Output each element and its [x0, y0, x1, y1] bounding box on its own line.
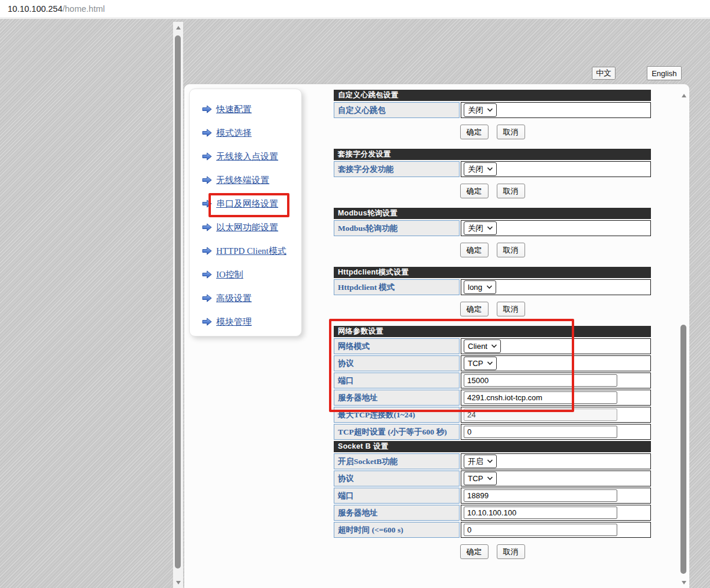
sidebar-item-7[interactable]: IO控制 [190, 263, 301, 286]
settings-form: 自定义心跳包设置自定义心跳包关闭确定取消套接字分发设置套接字分发功能关闭确定取消… [334, 90, 651, 569]
dropdown-value: 关闭 [468, 164, 483, 175]
scroll-up-icon[interactable] [173, 23, 183, 32]
setting-value-cell: 关闭 [461, 102, 651, 118]
section-header: Modbus轮询设置 [334, 208, 651, 219]
sidebar-item-5[interactable]: 以太网功能设置 [190, 215, 301, 239]
section-2: Modbus轮询设置Modbus轮询功能关闭确定取消 [334, 208, 651, 257]
url-path: /home.html [63, 4, 105, 14]
sidebar-link[interactable]: 快速配置 [216, 104, 252, 115]
sidebar-item-6[interactable]: HTTPD Client模式 [190, 239, 301, 263]
text-input[interactable]: 10.10.100.100 [464, 507, 617, 519]
setting-row: 端口18899 [334, 488, 651, 504]
sidebar-link[interactable]: 以太网功能设置 [216, 222, 278, 233]
sidebar-item-2[interactable]: 无线接入点设置 [190, 145, 301, 168]
chevron-down-icon [491, 344, 497, 348]
outer-scrollbar-thumb[interactable] [175, 35, 181, 569]
dropdown-select[interactable]: 开启 [464, 455, 497, 468]
sidebar-link[interactable]: 高级设置 [216, 293, 252, 304]
sidebar-link[interactable]: IO控制 [216, 269, 243, 280]
ok-button[interactable]: 确定 [460, 125, 488, 139]
setting-label: 端口 [334, 373, 460, 388]
ok-button[interactable]: 确定 [460, 243, 488, 257]
sidebar-item-0[interactable]: 快速配置 [190, 97, 301, 121]
text-input[interactable]: 4291.cnsh.iot-tcp.com [464, 391, 617, 404]
setting-value-cell: 4291.cnsh.iot-tcp.com [461, 390, 651, 406]
dropdown-select[interactable]: 关闭 [464, 221, 497, 235]
dropdown-select[interactable]: long [464, 280, 496, 294]
sidebar-item-9[interactable]: 模块管理 [190, 310, 301, 334]
text-input[interactable]: 0 [464, 524, 617, 536]
setting-value-cell: 开启 [461, 453, 651, 469]
setting-row: TCP超时设置 (小于等于600 秒)0 [334, 424, 651, 440]
dropdown-select[interactable]: 关闭 [464, 162, 497, 176]
text-input[interactable]: 0 [464, 426, 617, 438]
scroll-up-icon[interactable] [679, 91, 689, 100]
menu-arrow-icon [202, 294, 212, 302]
setting-value-cell: 关闭 [461, 161, 651, 177]
setting-label: 网络模式 [334, 338, 460, 354]
cancel-button[interactable]: 取消 [497, 544, 525, 559]
ok-button[interactable]: 确定 [460, 544, 488, 559]
chevron-down-icon [487, 476, 493, 481]
sidebar-link[interactable]: 无线终端设置 [216, 175, 269, 186]
dropdown-select[interactable]: 关闭 [464, 103, 497, 117]
sidebar-link[interactable]: 串口及网络设置 [216, 198, 278, 210]
section-0: 自定义心跳包设置自定义心跳包关闭确定取消 [334, 90, 651, 139]
chevron-down-icon [487, 167, 493, 171]
sidebar-link[interactable]: 模块管理 [216, 316, 252, 328]
setting-row: 最大TCP连接数(1~24)24 [334, 407, 651, 423]
english-language-button[interactable]: English [647, 66, 682, 80]
sidebar-item-1[interactable]: 模式选择 [190, 121, 301, 145]
setting-value-cell: 15000 [461, 373, 651, 388]
actions-row: 确定取消 [334, 302, 651, 316]
cancel-button[interactable]: 取消 [497, 243, 525, 257]
menu-arrow-icon [202, 152, 212, 161]
sidebar-item-8[interactable]: 高级设置 [190, 286, 301, 310]
dropdown-value: 开启 [468, 456, 483, 467]
cancel-button[interactable]: 取消 [497, 184, 525, 198]
sidebar-item-3[interactable]: 无线终端设置 [190, 168, 301, 192]
dropdown-select[interactable]: TCP [464, 472, 497, 485]
cancel-button[interactable]: 取消 [497, 302, 525, 316]
ok-button[interactable]: 确定 [460, 184, 488, 198]
menu-arrow-icon [202, 223, 212, 231]
section-header: 自定义心跳包设置 [334, 90, 651, 101]
dropdown-value: TCP [468, 474, 483, 483]
outer-vertical-scrollbar[interactable] [173, 22, 183, 588]
section-header: 网络参数设置 [334, 326, 651, 337]
url-host: 10.10.100.254 [8, 4, 63, 14]
section-3: Httpdclient模式设置Httpdclient 模式long确定取消 [334, 267, 651, 316]
scroll-down-icon[interactable] [173, 578, 183, 587]
ok-button[interactable]: 确定 [460, 302, 488, 316]
dropdown-select[interactable]: TCP [464, 357, 497, 370]
actions-row: 确定取消 [334, 184, 651, 198]
menu-arrow-icon [202, 105, 212, 113]
sidebar-link[interactable]: 模式选择 [216, 128, 252, 139]
setting-value-cell: TCP [461, 355, 651, 371]
setting-label: 自定义心跳包 [334, 102, 460, 118]
sidebar-link[interactable]: 无线接入点设置 [216, 151, 278, 162]
section-header: Httpdclient模式设置 [334, 267, 651, 278]
setting-label: 服务器地址 [334, 390, 460, 406]
text-input[interactable]: 15000 [464, 374, 617, 387]
browser-address-bar[interactable]: 10.10.100.254/home.html [0, 0, 710, 18]
section-header: 套接字分发设置 [334, 149, 651, 160]
dropdown-select[interactable]: Client [464, 339, 501, 353]
sidebar-item-4[interactable]: 串口及网络设置 [190, 192, 301, 215]
chinese-language-button[interactable]: 中文 [592, 67, 615, 80]
setting-row: 端口15000 [334, 373, 651, 388]
inner-vertical-scrollbar[interactable] [679, 89, 689, 588]
menu-arrow-icon [202, 200, 212, 208]
chevron-down-icon [486, 285, 493, 289]
section-5: Socket B 设置开启SocketB功能开启协议TCP端口18899服务器地… [334, 441, 651, 559]
inner-scrollbar-thumb[interactable] [680, 325, 686, 574]
scroll-down-icon[interactable] [679, 578, 689, 587]
setting-label: TCP超时设置 (小于等于600 秒) [334, 424, 460, 440]
sidebar-link[interactable]: HTTPD Client模式 [216, 246, 286, 257]
text-input[interactable]: 18899 [464, 489, 617, 502]
section-header: Socket B 设置 [334, 441, 651, 452]
setting-row: Httpdclient 模式long [334, 279, 651, 295]
chevron-down-icon [487, 226, 493, 230]
cancel-button[interactable]: 取消 [497, 125, 525, 139]
dropdown-value: 关闭 [468, 105, 483, 116]
